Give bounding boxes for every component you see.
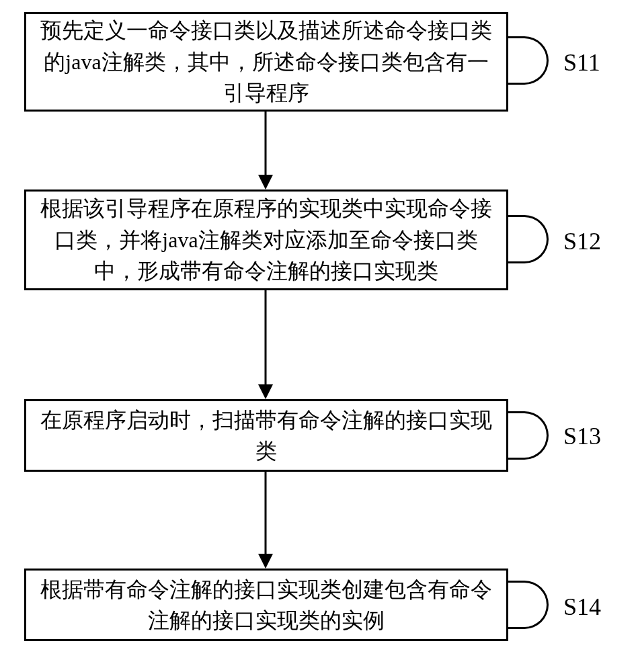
arrow-s12-s13	[255, 290, 276, 399]
step-box-s13: 在原程序启动时，扫描带有命令注解的接口实现类	[24, 399, 508, 472]
flowchart-canvas: 预先定义一命令接口类以及描述所述命令接口类的java注解类，其中，所述命令接口类…	[0, 0, 636, 672]
svg-marker-5	[258, 554, 273, 569]
step-label-s11: S11	[563, 48, 600, 77]
connector-s13	[508, 411, 549, 460]
arrow-s13-s14	[255, 472, 276, 569]
connector-s14	[508, 581, 549, 629]
step-text-s14: 根据带有命令注解的接口实现类创建包含有命令注解的接口实现类的实例	[38, 574, 494, 636]
connector-s12	[508, 215, 549, 263]
step-text-s13: 在原程序启动时，扫描带有命令注解的接口实现类	[38, 405, 494, 467]
step-box-s14: 根据带有命令注解的接口实现类创建包含有命令注解的接口实现类的实例	[24, 569, 508, 641]
step-text-s11: 预先定义一命令接口类以及描述所述命令接口类的java注解类，其中，所述命令接口类…	[38, 15, 494, 108]
step-box-s12: 根据该引导程序在原程序的实现类中实现命令接口类，并将java注解类对应添加至命令…	[24, 190, 508, 290]
step-box-s11: 预先定义一命令接口类以及描述所述命令接口类的java注解类，其中，所述命令接口类…	[24, 12, 508, 112]
arrow-s11-s12	[255, 112, 276, 190]
step-text-s12: 根据该引导程序在原程序的实现类中实现命令接口类，并将java注解类对应添加至命令…	[38, 193, 494, 286]
connector-s11	[508, 36, 549, 85]
svg-marker-1	[258, 175, 273, 190]
step-label-s14: S14	[563, 593, 601, 621]
step-label-s13: S13	[563, 422, 601, 450]
step-label-s12: S12	[563, 227, 601, 255]
svg-marker-3	[258, 384, 273, 399]
